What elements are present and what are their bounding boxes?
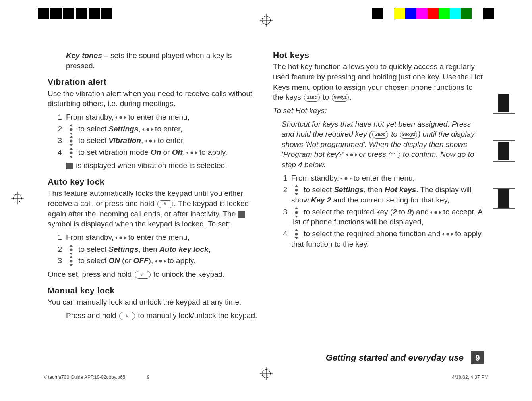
vibration-step-1: 1From standby, to enter the menu,: [56, 112, 259, 122]
hot-step-3: 3 to select the required key (2 to 9) an…: [282, 207, 485, 227]
joystick-center-icon: [116, 235, 125, 241]
page-body: Key tones – sets the sound played when a…: [48, 50, 485, 324]
manual-key-lock-paragraph: You can manually lock and unlock the key…: [48, 297, 259, 307]
vibration-alert-paragraph: Use the vibration alert when you need to…: [48, 89, 259, 109]
joystick-updown-icon: [292, 187, 301, 193]
hot-step-4: 4 to select the required phone function …: [282, 229, 485, 249]
hot-keys-paragraph: The hot key function allows you to quick…: [273, 62, 485, 102]
vibration-alert-heading: Vibration alert: [48, 76, 259, 87]
hot-step-2: 2 to select Settings, then Hot keys. The…: [282, 185, 485, 205]
auto-key-lock-heading: Auto key lock: [48, 176, 259, 187]
joystick-center-icon: [342, 175, 350, 182]
auto-key-lock-steps: 1From standby, to enter the menu, 2 to s…: [48, 232, 259, 266]
vibration-steps: 1From standby, to enter the menu, 2 to s…: [48, 112, 259, 158]
thumb-index-tab: [491, 85, 517, 216]
keypad-lock-icon: [238, 211, 245, 218]
auto-step-1: 1From standby, to enter the menu,: [56, 232, 259, 243]
joystick-updown-icon: [67, 126, 75, 133]
hash-key-icon: #: [119, 312, 135, 320]
hash-key-icon: #: [157, 200, 173, 208]
manual-key-lock-step: Press and hold # to manually lock/unlock…: [66, 310, 259, 321]
left-column: Key tones – sets the sound played when a…: [48, 50, 259, 324]
hash-key-icon: #: [135, 271, 151, 279]
joystick-center-icon: [188, 150, 196, 156]
vibration-step-4: 4 to set vibration mode On or Off, to ap…: [56, 147, 259, 158]
joystick-updown-icon: [67, 150, 75, 156]
vibration-step-3: 3 to select Vibration, to enter,: [56, 135, 259, 146]
hot-step-1: 1From standby, to enter the menu,: [282, 173, 485, 183]
joystick-center-icon: [443, 231, 452, 237]
footer-section-label: Getting started and everyday use: [326, 352, 464, 364]
auto-key-lock-paragraph: This feature automatically locks the key…: [48, 188, 259, 229]
key-2-icon: 2abc: [372, 131, 388, 139]
auto-post-note: Once set, press and hold # to unlock the…: [48, 269, 259, 280]
color-calibration-bar: [372, 8, 494, 19]
footer-page-number: 9: [471, 351, 484, 364]
key-tones-label: Key tones: [66, 51, 102, 60]
joystick-center-icon: [156, 258, 165, 264]
joystick-center-icon: [143, 126, 152, 133]
joystick-center-icon: [146, 138, 155, 144]
manual-key-lock-heading: Manual key lock: [48, 285, 259, 296]
print-page-number: 9: [147, 374, 150, 380]
joystick-updown-icon: [67, 247, 75, 253]
hot-keys-subtitle: To set Hot keys:: [273, 106, 485, 116]
key-9-icon: 9wxyz: [332, 94, 348, 102]
auto-step-2: 2 to select Settings, then Auto key lock…: [56, 244, 259, 254]
density-bars: [38, 8, 112, 19]
auto-step-3: 3 to select ON (or OFF), to apply.: [56, 256, 259, 266]
joystick-center-icon: [347, 152, 356, 158]
joystick-center-icon: [116, 114, 125, 121]
registration-mark-top: [262, 16, 271, 25]
joystick-center-icon: [431, 209, 440, 216]
right-column: Hot keys The hot key function allows you…: [273, 50, 485, 324]
joystick-updown-icon: [292, 231, 301, 237]
hot-keys-heading: Hot keys: [273, 50, 485, 61]
key-9-icon: 9wxyz: [400, 131, 417, 139]
print-timestamp: 4/18/02, 4:37 PM: [452, 374, 488, 380]
page-footer: Getting started and everyday use 9: [48, 351, 484, 364]
hot-keys-shortcut-note: Shortcut for keys that have not yet been…: [282, 119, 485, 170]
print-file-name: V tech a700 Guide APR18-02copy.p65: [44, 374, 125, 380]
joystick-updown-icon: [292, 209, 301, 216]
vibration-icon: [66, 163, 73, 169]
vibration-step-2: 2 to select Settings, to enter,: [56, 124, 259, 134]
vibration-note: is displayed when vibration mode is sele…: [66, 160, 259, 171]
hot-keys-steps: 1From standby, to enter the menu, 2 to s…: [273, 173, 485, 249]
print-metadata-line: V tech a700 Guide APR18-02copy.p65 9 4/1…: [44, 374, 488, 380]
joystick-updown-icon: [67, 258, 75, 264]
key-2-icon: 2abc: [304, 94, 320, 102]
softkey-icon: [389, 152, 400, 158]
key-tones-paragraph: Key tones – sets the sound played when a…: [66, 50, 259, 71]
joystick-updown-icon: [67, 138, 75, 144]
registration-mark-left: [13, 194, 22, 202]
